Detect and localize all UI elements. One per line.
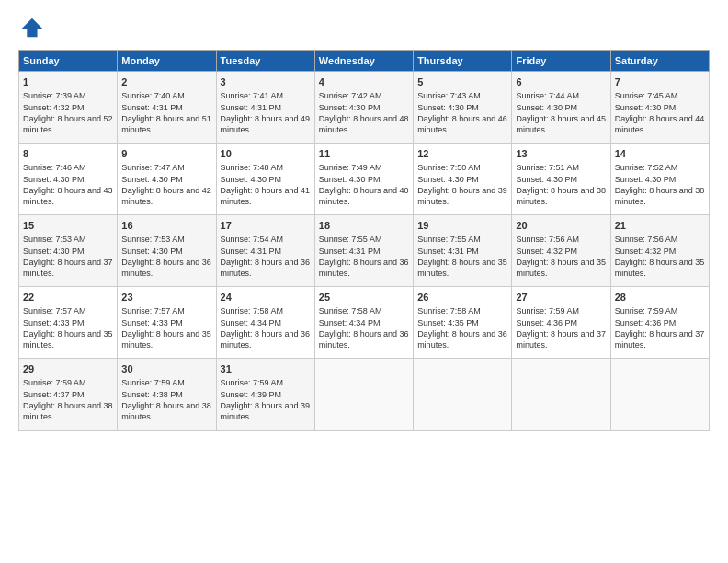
- weekday-header-monday: Monday: [118, 51, 216, 72]
- calendar: SundayMondayTuesdayWednesdayThursdayFrid…: [18, 50, 710, 431]
- day-number: 30: [121, 362, 211, 376]
- day-info: Sunrise: 7:52 AMSunset: 4:30 PMDaylight:…: [615, 162, 705, 207]
- day-info: Sunrise: 7:59 AMSunset: 4:36 PMDaylight:…: [615, 305, 705, 350]
- day-number: 8: [23, 147, 113, 161]
- calendar-cell: 29Sunrise: 7:59 AMSunset: 4:37 PMDayligh…: [19, 359, 118, 431]
- calendar-cell: 31Sunrise: 7:59 AMSunset: 4:39 PMDayligh…: [216, 359, 314, 431]
- day-info: Sunrise: 7:57 AMSunset: 4:33 PMDaylight:…: [23, 305, 113, 350]
- week-row-1: 1Sunrise: 7:39 AMSunset: 4:32 PMDaylight…: [19, 72, 710, 144]
- calendar-cell: 20Sunrise: 7:56 AMSunset: 4:32 PMDayligh…: [512, 215, 610, 287]
- calendar-cell: 17Sunrise: 7:54 AMSunset: 4:31 PMDayligh…: [216, 215, 314, 287]
- day-number: 19: [417, 219, 507, 233]
- day-info: Sunrise: 7:46 AMSunset: 4:30 PMDaylight:…: [23, 162, 113, 207]
- weekday-header-sunday: Sunday: [19, 51, 118, 72]
- day-info: Sunrise: 7:50 AMSunset: 4:30 PMDaylight:…: [417, 162, 507, 207]
- day-number: 22: [23, 291, 113, 304]
- calendar-cell: 19Sunrise: 7:55 AMSunset: 4:31 PMDayligh…: [414, 215, 512, 287]
- day-info: Sunrise: 7:55 AMSunset: 4:31 PMDaylight:…: [319, 234, 409, 279]
- calendar-cell: 7Sunrise: 7:45 AMSunset: 4:30 PMDaylight…: [610, 72, 709, 144]
- day-info: Sunrise: 7:40 AMSunset: 4:31 PMDaylight:…: [121, 90, 211, 135]
- day-number: 15: [23, 219, 113, 233]
- day-info: Sunrise: 7:49 AMSunset: 4:30 PMDaylight:…: [319, 162, 409, 207]
- weekday-header-thursday: Thursday: [414, 51, 512, 72]
- day-info: Sunrise: 7:59 AMSunset: 4:39 PMDaylight:…: [221, 377, 311, 422]
- calendar-cell: 16Sunrise: 7:53 AMSunset: 4:30 PMDayligh…: [118, 215, 216, 287]
- day-info: Sunrise: 7:42 AMSunset: 4:30 PMDaylight:…: [319, 90, 409, 135]
- calendar-cell: 3Sunrise: 7:41 AMSunset: 4:31 PMDaylight…: [216, 72, 314, 144]
- day-info: Sunrise: 7:56 AMSunset: 4:32 PMDaylight:…: [516, 234, 606, 279]
- calendar-cell: 25Sunrise: 7:58 AMSunset: 4:34 PMDayligh…: [314, 287, 413, 359]
- day-info: Sunrise: 7:51 AMSunset: 4:30 PMDaylight:…: [516, 162, 606, 207]
- calendar-cell: 4Sunrise: 7:42 AMSunset: 4:30 PMDaylight…: [314, 72, 413, 144]
- calendar-cell: 30Sunrise: 7:59 AMSunset: 4:38 PMDayligh…: [118, 359, 216, 431]
- day-number: 28: [615, 291, 705, 304]
- day-number: 6: [516, 75, 606, 89]
- weekday-header-friday: Friday: [512, 51, 610, 72]
- weekday-header-wednesday: Wednesday: [314, 51, 413, 72]
- weekday-header-tuesday: Tuesday: [216, 51, 314, 72]
- day-info: Sunrise: 7:57 AMSunset: 4:33 PMDaylight:…: [121, 305, 211, 350]
- day-info: Sunrise: 7:44 AMSunset: 4:30 PMDaylight:…: [516, 90, 606, 135]
- logo-icon: [18, 15, 44, 40]
- week-row-5: 29Sunrise: 7:59 AMSunset: 4:37 PMDayligh…: [19, 359, 710, 431]
- day-info: Sunrise: 7:59 AMSunset: 4:37 PMDaylight:…: [23, 377, 113, 422]
- day-number: 27: [516, 291, 606, 304]
- day-info: Sunrise: 7:48 AMSunset: 4:30 PMDaylight:…: [221, 162, 311, 207]
- day-info: Sunrise: 7:39 AMSunset: 4:32 PMDaylight:…: [23, 90, 113, 135]
- day-number: 9: [121, 147, 211, 161]
- day-number: 20: [516, 219, 606, 233]
- day-info: Sunrise: 7:43 AMSunset: 4:30 PMDaylight:…: [417, 90, 507, 135]
- weekday-header-row: SundayMondayTuesdayWednesdayThursdayFrid…: [19, 51, 710, 72]
- day-number: 5: [417, 75, 507, 89]
- day-info: Sunrise: 7:58 AMSunset: 4:35 PMDaylight:…: [417, 305, 507, 350]
- calendar-cell: 2Sunrise: 7:40 AMSunset: 4:31 PMDaylight…: [118, 72, 216, 144]
- calendar-cell: 14Sunrise: 7:52 AMSunset: 4:30 PMDayligh…: [610, 144, 709, 215]
- day-info: Sunrise: 7:53 AMSunset: 4:30 PMDaylight:…: [121, 234, 211, 279]
- day-number: 18: [319, 219, 409, 233]
- calendar-cell: 9Sunrise: 7:47 AMSunset: 4:30 PMDaylight…: [118, 144, 216, 215]
- calendar-cell: [512, 359, 610, 431]
- calendar-cell: 18Sunrise: 7:55 AMSunset: 4:31 PMDayligh…: [314, 215, 413, 287]
- calendar-cell: 13Sunrise: 7:51 AMSunset: 4:30 PMDayligh…: [512, 144, 610, 215]
- day-number: 11: [319, 147, 409, 161]
- day-number: 17: [221, 219, 311, 233]
- day-number: 16: [121, 219, 211, 233]
- calendar-cell: 5Sunrise: 7:43 AMSunset: 4:30 PMDaylight…: [414, 72, 512, 144]
- day-info: Sunrise: 7:54 AMSunset: 4:31 PMDaylight:…: [221, 234, 311, 279]
- day-number: 24: [221, 291, 311, 304]
- day-number: 2: [121, 75, 211, 89]
- day-info: Sunrise: 7:45 AMSunset: 4:30 PMDaylight:…: [615, 90, 705, 135]
- day-number: 3: [221, 75, 311, 89]
- day-number: 4: [319, 75, 409, 89]
- logo: [18, 15, 48, 40]
- day-number: 26: [417, 291, 507, 304]
- day-number: 14: [615, 147, 705, 161]
- calendar-cell: 24Sunrise: 7:58 AMSunset: 4:34 PMDayligh…: [216, 287, 314, 359]
- calendar-cell: 22Sunrise: 7:57 AMSunset: 4:33 PMDayligh…: [19, 287, 118, 359]
- svg-marker-0: [22, 18, 42, 38]
- day-number: 31: [221, 362, 311, 376]
- day-number: 13: [516, 147, 606, 161]
- calendar-cell: 1Sunrise: 7:39 AMSunset: 4:32 PMDaylight…: [19, 72, 118, 144]
- calendar-cell: 12Sunrise: 7:50 AMSunset: 4:30 PMDayligh…: [414, 144, 512, 215]
- week-row-4: 22Sunrise: 7:57 AMSunset: 4:33 PMDayligh…: [19, 287, 710, 359]
- calendar-cell: 8Sunrise: 7:46 AMSunset: 4:30 PMDaylight…: [19, 144, 118, 215]
- day-info: Sunrise: 7:53 AMSunset: 4:30 PMDaylight:…: [23, 234, 113, 279]
- weekday-header-saturday: Saturday: [610, 51, 709, 72]
- calendar-cell: [314, 359, 413, 431]
- day-info: Sunrise: 7:55 AMSunset: 4:31 PMDaylight:…: [417, 234, 507, 279]
- calendar-cell: 21Sunrise: 7:56 AMSunset: 4:32 PMDayligh…: [610, 215, 709, 287]
- day-number: 7: [615, 75, 705, 89]
- day-number: 10: [221, 147, 311, 161]
- day-number: 1: [23, 75, 113, 89]
- day-info: Sunrise: 7:41 AMSunset: 4:31 PMDaylight:…: [221, 90, 311, 135]
- calendar-cell: 23Sunrise: 7:57 AMSunset: 4:33 PMDayligh…: [118, 287, 216, 359]
- day-number: 21: [615, 219, 705, 233]
- day-number: 23: [121, 291, 211, 304]
- calendar-cell: 10Sunrise: 7:48 AMSunset: 4:30 PMDayligh…: [216, 144, 314, 215]
- day-info: Sunrise: 7:59 AMSunset: 4:38 PMDaylight:…: [121, 377, 211, 422]
- day-info: Sunrise: 7:58 AMSunset: 4:34 PMDaylight:…: [221, 305, 311, 350]
- day-info: Sunrise: 7:58 AMSunset: 4:34 PMDaylight:…: [319, 305, 409, 350]
- day-number: 25: [319, 291, 409, 304]
- day-info: Sunrise: 7:59 AMSunset: 4:36 PMDaylight:…: [516, 305, 606, 350]
